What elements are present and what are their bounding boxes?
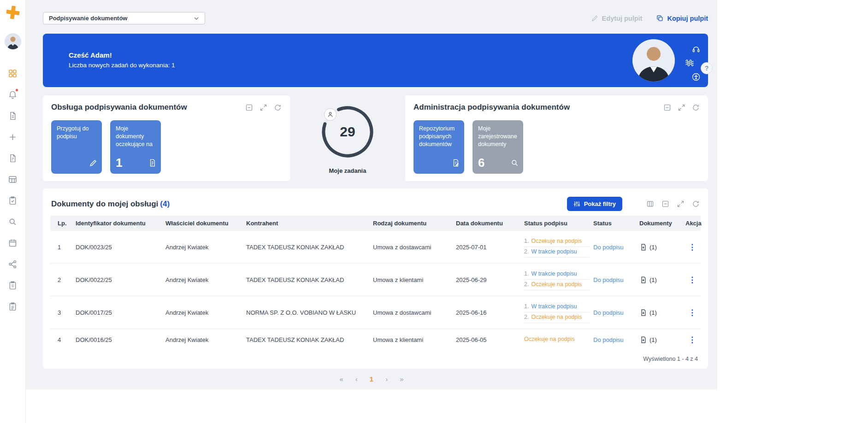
sidebar-item-tables[interactable] [4, 170, 22, 188]
sign-status-line: 1. Oczekuje na podpis [524, 236, 590, 247]
expand-icon[interactable] [677, 200, 685, 208]
col-sign-status: Status podpisu [520, 216, 589, 231]
sidebar-item-search[interactable] [4, 212, 22, 231]
refresh-icon[interactable] [692, 104, 700, 112]
chevron-down-icon [193, 15, 200, 22]
tile-signed-repository[interactable]: Repozytorium podpisanych dokumentów [413, 120, 464, 174]
avatar-silhouette-icon [5, 34, 21, 49]
refresh-icon[interactable] [274, 104, 282, 112]
prev-page-button[interactable]: ‹ [355, 375, 358, 383]
clipboard-icon [8, 281, 18, 290]
col-status: Status [589, 216, 635, 231]
documents-table: Lp. Identyfikator dokumentu Właściciel d… [50, 216, 701, 350]
sidebar-item-share[interactable] [4, 255, 22, 273]
col-action: Akcja [681, 216, 701, 231]
tile-my-documents-awaiting[interactable]: Moje dokumenty oczekujące na 1 [110, 120, 161, 174]
expand-icon[interactable] [678, 104, 685, 112]
table-columns-icon[interactable] [646, 200, 654, 208]
first-page-button[interactable]: « [339, 375, 343, 383]
logo-icon [5, 5, 21, 20]
cell-doc-id: DOK/0022/25 [71, 264, 161, 296]
app-logo[interactable] [4, 4, 22, 21]
copy-dashboard-button[interactable]: Kopiuj pulpit [656, 14, 708, 22]
tile-my-registered-documents[interactable]: Moje zarejestrowane dokumenty 6 [472, 120, 523, 174]
sidebar-item-register[interactable] [4, 297, 22, 316]
accessibility-icon[interactable] [691, 72, 701, 83]
cell-sign-status: 1. W trakcie podpisu 2. Oczekuje na podp… [520, 296, 589, 329]
sidebar-item-clipboard[interactable] [4, 276, 22, 294]
sidebar-item-tasks[interactable] [4, 191, 22, 210]
document-download-icon [639, 243, 647, 251]
table-header-row: Lp. Identyfikator dokumentu Właściciel d… [50, 216, 701, 231]
main-content: Podpisywanie dokumentów Edytuj pulpit Ko [26, 0, 717, 389]
documents-count-cell: (1) [639, 309, 676, 317]
row-actions-menu[interactable]: ⋮ [685, 275, 699, 285]
signing-service-card-title: Obsługa podpisywania dokumentów [51, 103, 187, 112]
support-headset-icon[interactable] [691, 45, 701, 56]
document-icon [8, 111, 18, 121]
sidebar-item-add[interactable] [4, 128, 22, 146]
table-row[interactable]: 1 DOK/0023/25 Andrzej Kwiatek TADEX TADE… [50, 231, 701, 264]
table-row[interactable]: 2 DOK/0022/25 Andrzej Kwiatek TADEX TADE… [50, 264, 701, 296]
help-button[interactable]: ? [701, 62, 713, 74]
dashboard-select[interactable]: Podpisywanie dokumentów [43, 12, 205, 24]
documents-count: (4) [160, 200, 170, 208]
row-actions-menu[interactable]: ⋮ [685, 308, 699, 317]
show-filters-button[interactable]: Pokaż filtry [567, 197, 622, 211]
sign-status-line: Oczekuje na podpis [524, 335, 590, 345]
sidebar-item-files[interactable] [4, 149, 22, 167]
notification-badge [15, 88, 18, 92]
col-owner: Właściciel dokumentu [161, 216, 242, 231]
calendar-icon [8, 238, 18, 248]
expand-icon[interactable] [260, 104, 267, 112]
cell-doc-id: DOK/0017/25 [71, 296, 161, 329]
gauge-label: Moje zadania [329, 167, 366, 174]
status-badge: Do podpisu [593, 244, 624, 251]
collapse-icon[interactable] [245, 104, 253, 112]
document-download-icon [639, 309, 647, 317]
hero-photo-silhouette-icon [633, 40, 674, 82]
cell-doc-id: DOK/0023/25 [71, 231, 161, 264]
refresh-icon[interactable] [692, 200, 700, 208]
tile-prepare-for-signing[interactable]: Przygotuj do podpisu [51, 120, 102, 174]
sidebar-item-calendar[interactable] [4, 234, 22, 252]
document-edit-icon [451, 159, 460, 170]
topbar: Podpisywanie dokumentów Edytuj pulpit Ko [26, 0, 717, 32]
document-clock-icon [148, 159, 157, 170]
copy-icon [656, 14, 664, 22]
cell-sign-status: 1. Oczekuje na podpis 2. W trakcie podpi… [520, 231, 589, 264]
sidebar-item-notifications[interactable] [4, 85, 22, 104]
current-page[interactable]: 1 [370, 375, 373, 383]
col-type: Rodzaj dokumentu [368, 216, 451, 231]
signing-admin-card-icons [663, 104, 700, 112]
last-page-button[interactable]: » [400, 375, 403, 383]
person-icon [324, 108, 337, 121]
hero-banner: Cześć Adam! Liczba nowych zadań do wykon… [43, 34, 708, 87]
signature-waves-icon[interactable] [685, 58, 694, 69]
table-row[interactable]: 4 DOK/0016/25 Andrzej Kwiatek TADEX TADE… [50, 329, 701, 351]
collapse-icon[interactable] [663, 104, 671, 112]
table-row[interactable]: 3 DOK/0017/25 Andrzej Kwiatek NORMA SP. … [50, 296, 701, 329]
pencil-icon [89, 159, 98, 170]
next-page-button[interactable]: › [385, 375, 388, 383]
row-actions-menu[interactable]: ⋮ [685, 335, 699, 345]
pencil-icon [591, 14, 599, 22]
search-icon [8, 217, 18, 227]
hero-user-photo [632, 39, 675, 82]
signing-admin-tiles: Repozytorium podpisanych dokumentów Moje… [413, 120, 700, 174]
sidebar-item-dashboard[interactable] [4, 64, 22, 82]
col-date: Data dokumentu [451, 216, 520, 231]
sign-status-line: 2. W trakcie podpisu [524, 247, 590, 258]
hero-tasks-line: Liczba nowych zadań do wykonania: 1 [69, 62, 708, 69]
sidebar-item-documents[interactable] [4, 106, 22, 125]
row-actions-menu[interactable]: ⋮ [685, 242, 699, 252]
sign-status-line: 1. W trakcie podpisu [524, 302, 590, 312]
sign-status-line: 2. Oczekuje na podpis [524, 280, 590, 290]
signing-admin-card: Administracja podpisywania dokumentów Re… [405, 95, 708, 181]
collapse-icon[interactable] [661, 200, 669, 208]
search-icon [510, 159, 519, 170]
col-contractor: Kontrahent [242, 216, 368, 231]
edit-dashboard-button[interactable]: Edytuj pulpit [591, 14, 643, 22]
sliders-icon [573, 200, 580, 207]
user-avatar[interactable] [5, 33, 21, 50]
